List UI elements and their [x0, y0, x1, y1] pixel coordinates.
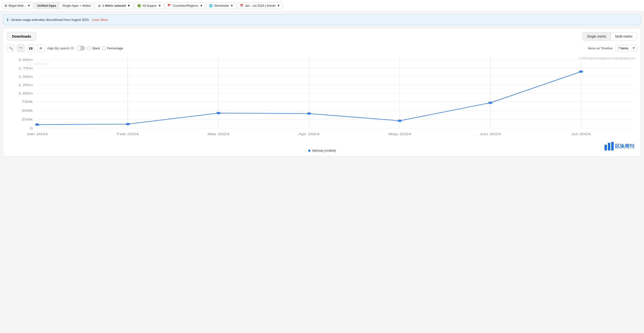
support-button[interactable]: 🟢 All Suppor ▼ [134, 2, 164, 9]
multi-metric-tab[interactable]: Multi-metric [611, 33, 637, 40]
y-label-250k: 250k [22, 118, 33, 121]
gem-icon: ◇ [26, 60, 31, 68]
stack-checkbox[interactable] [88, 47, 91, 50]
date-range-label: Jan - Jul 2024 | Month [245, 4, 276, 8]
metric-view-toggle: Single metric Multi-metric [582, 32, 637, 41]
items-select[interactable]: 7 Items 1 Item 3 Items 5 Items 10 Items [616, 45, 637, 52]
x-label-mar: Mar 2024 [208, 133, 230, 136]
downloads-button[interactable]: Downloads [7, 32, 36, 41]
date-arrow: ▼ [277, 4, 280, 8]
x-label-may: May 2024 [388, 133, 411, 136]
y-label-100m: 1.00m [18, 92, 33, 95]
bar-chart-button[interactable]: ▮▮ [27, 44, 35, 52]
legend-dot [308, 150, 310, 152]
legend-label: BitKeep (Unified) [312, 149, 336, 152]
info-icon: ℹ [7, 18, 8, 22]
worldwide-label: Worldwide [214, 4, 229, 8]
topbar: ⊞ Bitget Wall... ▼ Unified Apps Single A… [0, 0, 644, 12]
chart-svg: .grid-line { stroke: #e8e8e8; stroke-wid… [7, 55, 637, 146]
y-label-150m: 1.50m [18, 75, 33, 78]
chart-controls: 🔍 〜 ▮▮ ⊕ Align By Launch i Stack Percent… [7, 44, 637, 52]
items-on-timeline-label: Items on Timeline: [588, 47, 613, 50]
data-point-apr [307, 112, 311, 115]
x-label-jan: Jan 2024 [26, 133, 48, 136]
data-point-jun [488, 102, 492, 104]
regions-button[interactable]: 🚩 Countries/Regions ▼ [165, 2, 206, 9]
regions-label: Countries/Regions [172, 4, 198, 8]
y-label-750k: 750k [22, 100, 33, 104]
globe-icon: 🌐 [209, 4, 213, 8]
bar-chart-icon: ▮▮ [29, 46, 33, 50]
support-icon: 🟢 [137, 4, 141, 8]
scatter-button[interactable]: ⊕ [37, 44, 45, 52]
worldwide-arrow: ▼ [230, 4, 234, 8]
data-point-mar [216, 112, 220, 114]
scatter-icon: ⊕ [40, 46, 42, 50]
svg-rect-1 [608, 143, 610, 150]
main-card: Downloads Single metric Multi-metric 🔍 〜… [3, 28, 641, 156]
info-banner: ℹ Ukraine usage estimates discontinued f… [3, 14, 641, 25]
flag-icon: 🚩 [167, 4, 171, 8]
y-label-125m: 1.25m [18, 83, 33, 87]
chart-container: © 2024 data.ai Intelligence | emily.li@b… [7, 55, 637, 152]
data-point-may [398, 120, 402, 122]
worldwide-button[interactable]: 🌐 Worldwide ▼ [206, 2, 236, 9]
regions-arrow: ▼ [200, 4, 203, 8]
logo-bars-icon [604, 142, 614, 150]
bottom-logo-text: 区块周刊 [615, 143, 634, 150]
metric-selector-button[interactable]: ⊞ 1 Metric selected ▼ [95, 2, 133, 9]
grid-icon: ⊞ [98, 4, 101, 8]
tab-unified-apps[interactable]: Unified Apps [34, 3, 59, 9]
line-chart-button[interactable]: 〜 [17, 44, 25, 52]
align-toggle[interactable] [76, 46, 85, 51]
svg-rect-0 [604, 145, 607, 150]
card-header: Downloads Single metric Multi-metric [7, 32, 637, 41]
metric-selected-label: 1 Metric selected [102, 4, 126, 8]
banner-text: Ukraine usage estimates discontinued fro… [11, 18, 90, 22]
y-label-0: 0 [30, 127, 33, 130]
app-type-segmented: Unified Apps Single Apps + Websi [34, 2, 94, 9]
support-label: All Suppor [142, 4, 157, 8]
data-point-jan [35, 123, 39, 126]
copyright-text: © 2024 data.ai Intelligence | emily.li@b… [579, 57, 635, 60]
x-label-apr: Apr 2024 [298, 133, 320, 136]
single-metric-tab[interactable]: Single metric [583, 33, 611, 40]
x-label-feb: Feb 2024 [117, 133, 139, 136]
align-by-launch-label: Align By Launch i [47, 47, 74, 50]
metric-arrow-icon: ▼ [127, 4, 130, 8]
line-chart-icon: 〜 [19, 46, 22, 50]
percentage-checkbox-label[interactable]: Percentage [102, 47, 123, 50]
x-label-jul: Jul 2024 [571, 133, 591, 136]
svg-rect-2 [611, 142, 614, 150]
align-info-icon[interactable]: i [70, 47, 74, 50]
percentage-checkbox[interactable] [102, 47, 106, 50]
data-point-jul [579, 71, 583, 73]
tab-single-apps[interactable]: Single Apps + Websi [59, 3, 94, 9]
learn-more-link[interactable]: Learn More [92, 18, 108, 22]
x-label-jun: Jun 2024 [480, 133, 501, 136]
bottom-watermark: 区块周刊 [604, 142, 634, 150]
app-selector-arrow: ▼ [27, 4, 30, 8]
data-point-feb [126, 123, 130, 125]
zoom-button[interactable]: 🔍 [7, 44, 14, 52]
support-arrow: ▼ [158, 4, 161, 8]
calendar-icon: 📅 [240, 4, 244, 8]
right-controls: Items on Timeline: 7 Items 1 Item 3 Item… [588, 45, 637, 52]
app-selector-button[interactable]: ⊞ Bitget Wall... ▼ [2, 2, 33, 9]
date-range-button[interactable]: 📅 Jan - Jul 2024 | Month ▼ [237, 2, 283, 9]
stack-checkbox-label[interactable]: Stack [88, 47, 100, 50]
chart-legend: BitKeep (Unified) [7, 149, 637, 152]
zoom-icon: 🔍 [9, 46, 13, 50]
watermark: ◇ data.ai [26, 60, 49, 68]
app-selector-label: Bitget Wall... [8, 4, 26, 8]
y-label-500k: 500k [22, 109, 33, 112]
chart-area: © 2024 data.ai Intelligence | emily.li@b… [7, 55, 637, 146]
